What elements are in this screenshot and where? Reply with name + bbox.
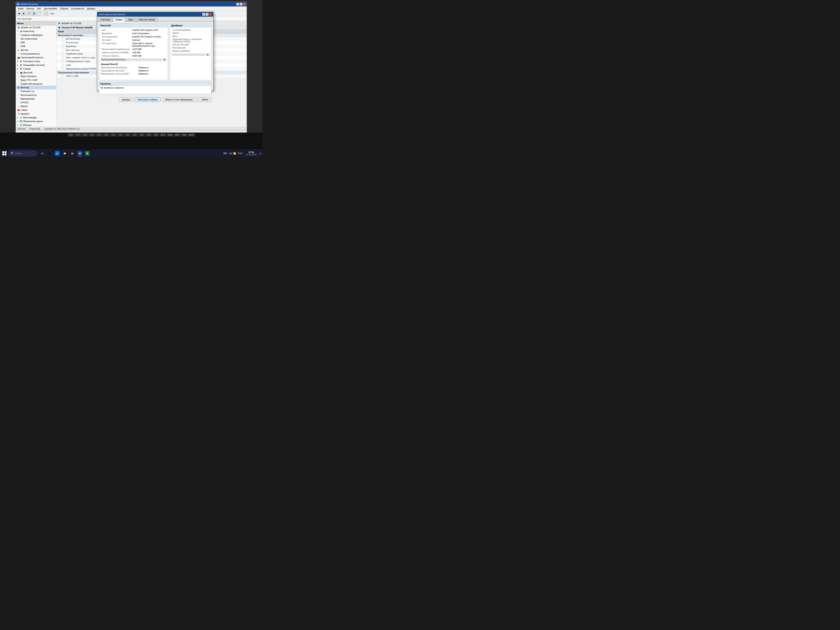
key-calc[interactable]: Calc — [181, 133, 187, 136]
driver-scrollbar[interactable] — [172, 54, 205, 55]
taskbar-search-box[interactable]: 🔍 Пошук — [8, 150, 38, 156]
key-f8[interactable]: F8 — [125, 133, 131, 136]
key-f10[interactable]: F10 — [139, 133, 145, 136]
dialog-device-panel: Пристрій Ім'я: Intel(R) HD Graphics 520 … — [99, 24, 168, 80]
key-f5[interactable]: F5 — [103, 133, 109, 136]
sidebar-item-video-pci[interactable]: 📄 Відео PCI / AGP — [16, 78, 56, 82]
taskbar-app-excel[interactable]: X — [84, 150, 91, 157]
sidebar-item-video-modes[interactable]: 📄 Відеорежими — [16, 97, 56, 101]
driver-scroll-right-btn[interactable]: ▶ — [206, 54, 210, 55]
system-clock[interactable]: 17:51 01.03.2024 — [245, 151, 258, 156]
main-driver-label: Основний драйвер: — [172, 28, 207, 31]
forward-button[interactable]: ▶ — [22, 11, 26, 16]
dac-type-value: Internal — [132, 38, 166, 41]
taskbar-app-edge[interactable]: e — [54, 150, 61, 157]
menu-remote[interactable]: Дистанційно — [43, 7, 58, 10]
memory-total-label: Разом пам'яті (приблизно): — [101, 48, 131, 51]
key-f2[interactable]: F2 — [82, 133, 88, 136]
taskbar-app-explorer[interactable]: 📁 — [61, 150, 68, 157]
tray-overflow-icon[interactable]: ^ — [227, 152, 229, 155]
sidebar-item-multimedia[interactable]: 🎵 Мультимедіа — [16, 115, 56, 119]
device-type-row: Тип пристрою: Пристрій із повною функціо… — [101, 42, 166, 47]
back-button[interactable]: ◀ — [17, 11, 21, 16]
taskbar-app-taskview[interactable]: ⧉ — [46, 150, 53, 157]
menu-tools[interactable]: Інструменти — [70, 7, 85, 10]
sidebar-item-fonts[interactable]: A Шрифти — [16, 112, 56, 115]
keyboard-tray-icon[interactable]: ⌨ — [223, 152, 227, 155]
menu-help[interactable]: Довідка — [86, 7, 97, 10]
key-einfg[interactable]: Einfg — [167, 133, 173, 136]
tab-system[interactable]: Система — [98, 17, 113, 22]
dialog-close-button[interactable]: ✕ — [209, 13, 212, 16]
language-indicator[interactable]: ENG — [237, 152, 243, 155]
dialog-minimize-button[interactable]: ─ — [202, 13, 205, 16]
menu-file[interactable]: Файл — [17, 7, 25, 10]
taskbar-app-firefox[interactable]: 🦊 — [69, 150, 76, 157]
sidebar-item-vulkan[interactable]: 🔴 Vulkan — [16, 108, 56, 112]
sidebar-item-motherboard[interactable]: 🖥 Системна плата — [16, 59, 56, 63]
sidebar-item-computername[interactable]: 📄 Ім'я комп'ютера — [16, 37, 56, 41]
menu-view[interactable]: Вигляд — [25, 7, 35, 10]
next-page-button[interactable]: Наступна сторінка — [135, 97, 161, 102]
taskbar-app-butterfly[interactable]: 🦋 — [39, 150, 46, 157]
key-f7[interactable]: F7 — [117, 133, 123, 136]
tray-wifi-icon[interactable]: 📶 — [233, 152, 236, 155]
sidebar-item-server[interactable]: 🗄 Сервер — [16, 67, 56, 71]
minimize-button[interactable]: ─ — [236, 3, 239, 6]
taskbar-apps: 🦋 ⧉ e 📁 🦊 64 X — [39, 150, 91, 157]
key-f3[interactable]: F3 — [89, 133, 95, 136]
key-esc[interactable]: Esc — [68, 133, 74, 136]
sidebar-item-video-windows[interactable]: 📄 Відео Windows — [16, 74, 56, 78]
user-button[interactable]: 👤 — [32, 11, 36, 16]
sidebar-item-monitor[interactable]: 🖥 Монітор — [16, 85, 56, 89]
tray-icon-1[interactable]: 🔊 — [229, 152, 232, 155]
key-f11[interactable]: F11 — [145, 133, 152, 136]
device-scroll-thumb[interactable] — [101, 59, 125, 60]
key-numo[interactable]: NumO — [188, 133, 194, 136]
start-button[interactable] — [1, 150, 8, 157]
device-scrollbar[interactable] — [101, 58, 162, 61]
help-button[interactable]: Довідка — [119, 97, 134, 102]
key-f6[interactable]: F6 — [110, 133, 117, 136]
sidebar-item-summary[interactable]: 📄 Сумарна інформація — [16, 33, 56, 37]
sidebar-item-storage[interactable]: 💾 Збереження даних — [16, 119, 56, 123]
sidebar-item-sensor[interactable]: 🌡 Датчик — [16, 48, 56, 52]
key-druck[interactable]: Druck — [160, 133, 166, 136]
chip-type-label: Тип мікросхем: — [101, 35, 131, 38]
report-icon-button[interactable]: 📋 — [44, 11, 49, 16]
sidebar-item-dmi[interactable]: 📄 DMI — [16, 41, 56, 44]
sidebar-item-computer[interactable]: 💻 Комп'ютер — [16, 29, 56, 33]
sidebar-item-mantle[interactable]: ⬡ Mantle — [16, 104, 56, 108]
sidebar-item-ipmi[interactable]: 📄 IPMI — [16, 44, 56, 48]
sidebar-item-power[interactable]: ⚡ Електроживлення — [16, 52, 56, 55]
chart-button[interactable]: 📈 — [37, 11, 41, 16]
key-entf[interactable]: Entf — [174, 133, 180, 136]
dialog-maximize-button[interactable]: □ — [205, 13, 208, 16]
close-button[interactable]: ✕ — [243, 3, 246, 6]
key-f1[interactable]: F1 — [75, 133, 81, 136]
sidebar-item-gpu[interactable]: 📄 Графічний процесор — [16, 82, 56, 85]
menu-favorites[interactable]: Обране — [59, 7, 69, 10]
refresh-button[interactable]: ↺ — [27, 11, 31, 16]
tab-input[interactable]: Пристрої вводу — [136, 17, 158, 22]
key-f4[interactable]: F4 — [96, 133, 102, 136]
sidebar-item-gpgpu[interactable]: 📄 GPGPU — [16, 101, 56, 104]
sidebar-item-desktop[interactable]: 📄 Робочий стіл — [16, 89, 56, 93]
scroll-right-btn[interactable]: ▶ — [163, 58, 166, 61]
taskbar-app-aida64[interactable]: 64 — [76, 150, 83, 157]
save-info-button[interactable]: Зберегти всю інформацію... — [162, 97, 198, 102]
key-f9[interactable]: F9 — [131, 133, 138, 136]
sidebar-item-multimonitor[interactable]: 📄 Мультимонітор — [16, 93, 56, 97]
show-desktop-button[interactable]: ▭ — [259, 152, 262, 155]
menu-report[interactable]: Звіт — [36, 7, 42, 10]
sidebar-item-portable[interactable]: 💼 Портативний комп'ют... — [16, 55, 56, 59]
sidebar-item-aida64[interactable]: 🔷 AIDA64 v6.75.6100 — [16, 25, 56, 29]
sidebar-item-os[interactable]: 🖥 Операційна система — [16, 63, 56, 67]
maximize-button[interactable]: □ — [240, 3, 243, 6]
tab-display[interactable]: Екран — [113, 17, 125, 22]
exit-button[interactable]: Вийти — [199, 97, 212, 102]
tab-sound[interactable]: Звук — [125, 17, 136, 22]
sidebar-item-network[interactable]: 🌐 Мережа — [16, 123, 56, 127]
key-f12[interactable]: F12 — [153, 133, 159, 136]
sidebar-item-display[interactable]: 📺 Дисплей — [16, 71, 56, 74]
